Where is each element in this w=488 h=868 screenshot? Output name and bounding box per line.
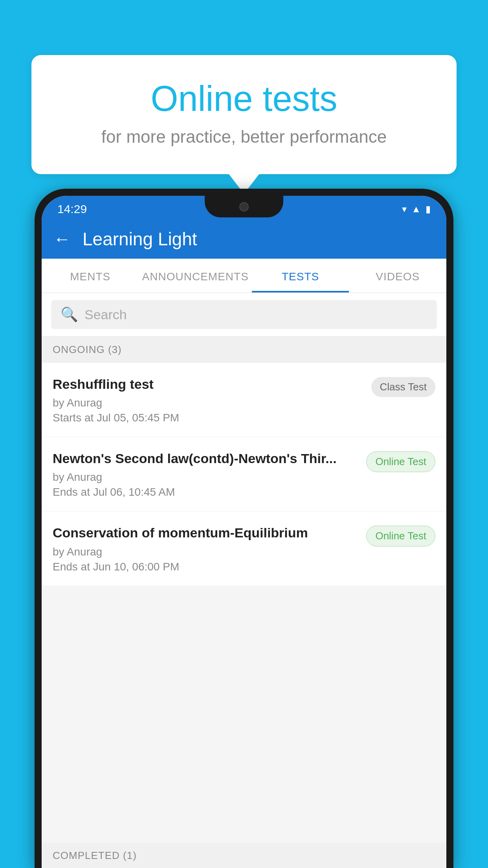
status-time: 14:29 <box>57 202 87 216</box>
test-list: Reshuffling test by Anurag Starts at Jul… <box>42 363 446 586</box>
test-date: Ends at Jun 10, 06:00 PM <box>53 561 358 573</box>
test-item[interactable]: Newton's Second law(contd)-Newton's Thir… <box>42 437 446 511</box>
test-name: Reshuffling test <box>53 375 363 393</box>
completed-section-header: COMPLETED (1) <box>42 843 446 868</box>
phone-frame: 14:29 ▾ ▲ ▮ ← Learning Light MENTS ANNOU… <box>35 189 453 868</box>
speech-bubble: Online tests for more practice, better p… <box>31 55 457 174</box>
signal-icon: ▲ <box>411 204 421 215</box>
test-date: Starts at Jul 05, 05:45 PM <box>53 412 363 424</box>
test-name: Conservation of momentum-Equilibrium <box>53 524 358 541</box>
tab-videos[interactable]: VIDEOS <box>349 259 446 292</box>
test-info: Reshuffling test by Anurag Starts at Jul… <box>53 375 363 424</box>
search-container: 🔍 Search <box>42 293 446 337</box>
tab-announcements[interactable]: ANNOUNCEMENTS <box>139 259 252 292</box>
test-item[interactable]: Conservation of momentum-Equilibrium by … <box>42 511 446 586</box>
bubble-subtitle: for more practice, better performance <box>63 127 425 147</box>
bubble-title: Online tests <box>63 79 425 119</box>
test-badge: Online Test <box>366 526 435 546</box>
test-info: Newton's Second law(contd)-Newton's Thir… <box>53 450 358 498</box>
test-name: Newton's Second law(contd)-Newton's Thir… <box>53 450 358 467</box>
search-input-wrapper[interactable]: 🔍 Search <box>51 300 437 329</box>
wifi-icon: ▾ <box>402 204 407 215</box>
tab-tests[interactable]: TESTS <box>252 259 349 292</box>
search-icon: 🔍 <box>61 306 78 323</box>
camera <box>239 202 249 211</box>
test-badge: Class Test <box>371 377 435 397</box>
search-input[interactable]: Search <box>84 307 127 322</box>
tabs-container: MENTS ANNOUNCEMENTS TESTS VIDEOS <box>42 259 446 293</box>
test-info: Conservation of momentum-Equilibrium by … <box>53 524 358 573</box>
tab-ments[interactable]: MENTS <box>42 259 139 292</box>
test-item[interactable]: Reshuffling test by Anurag Starts at Jul… <box>42 363 446 437</box>
status-icons: ▾ ▲ ▮ <box>402 204 431 215</box>
ongoing-section-header: ONGOING (3) <box>42 337 446 363</box>
speech-bubble-container: Online tests for more practice, better p… <box>31 55 457 174</box>
battery-icon: ▮ <box>426 204 431 215</box>
test-badge: Online Test <box>366 451 435 472</box>
app-title: Learning Light <box>83 228 197 250</box>
phone-screen: 14:29 ▾ ▲ ▮ ← Learning Light MENTS ANNOU… <box>42 196 446 868</box>
phone-notch <box>205 196 283 217</box>
test-date: Ends at Jul 06, 10:45 AM <box>53 486 358 498</box>
back-button[interactable]: ← <box>53 229 71 249</box>
app-bar: ← Learning Light <box>42 219 446 259</box>
test-by: by Anurag <box>53 546 358 558</box>
test-by: by Anurag <box>53 397 363 409</box>
test-by: by Anurag <box>53 471 358 484</box>
